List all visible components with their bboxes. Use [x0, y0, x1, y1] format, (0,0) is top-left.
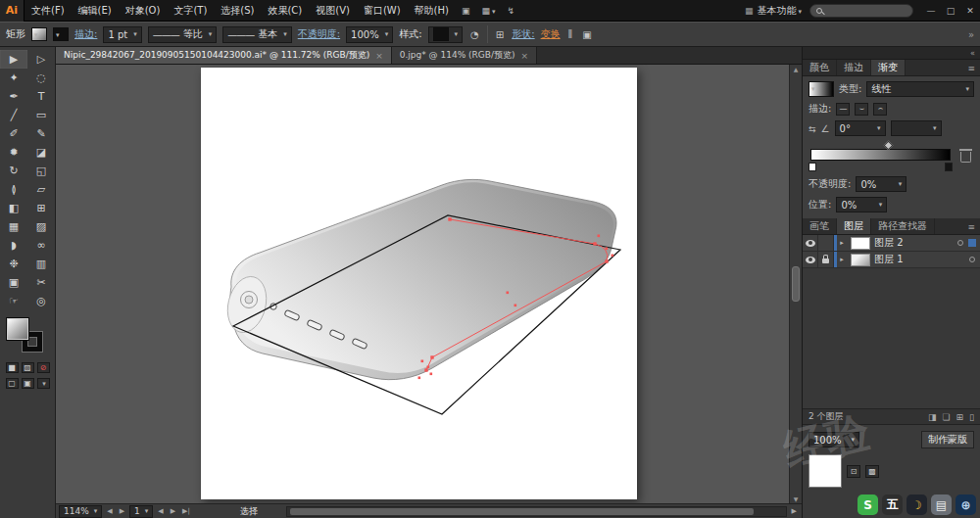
gradient-stop-white[interactable]	[808, 163, 816, 171]
layer-row-2[interactable]: 图层 2	[803, 235, 980, 252]
none-mode-icon[interactable]: ⊘	[37, 362, 50, 373]
rectangle-tool[interactable]: ▭	[27, 106, 55, 124]
minimize-button[interactable]	[921, 0, 941, 22]
arrange-documents-icon[interactable]: ▦	[475, 6, 501, 16]
delete-layer-icon[interactable]: ▯	[969, 412, 974, 422]
paintbrush-tool[interactable]: ✐	[0, 124, 27, 143]
align-objects-icon[interactable]: ⫼	[566, 28, 575, 40]
opacity-field[interactable]: 100%	[346, 26, 393, 43]
close-button[interactable]	[960, 0, 980, 22]
visibility-eye-icon[interactable]	[806, 240, 815, 247]
selection-indicator[interactable]	[968, 239, 976, 247]
artboard-navigation-field[interactable]: 1	[129, 505, 153, 518]
blob-brush-tool[interactable]: ✹	[0, 143, 27, 162]
zoom-level-field[interactable]: 114%	[59, 505, 102, 518]
selection-tool[interactable]: ▶	[0, 50, 27, 69]
layer-row-1[interactable]: 图层 1	[803, 252, 980, 268]
direct-selection-tool[interactable]: ▷	[27, 50, 55, 69]
slice-tool[interactable]: ✂	[27, 273, 55, 292]
panel-menu-icon[interactable]	[967, 221, 975, 232]
menu-window[interactable]: 窗口(W)	[357, 0, 408, 22]
cs-live-icon[interactable]: ↯	[501, 6, 520, 16]
nav-back-icon[interactable]	[156, 507, 165, 515]
tab-color[interactable]: 颜色	[803, 60, 837, 75]
tab-close-icon[interactable]: ×	[521, 51, 529, 61]
gradient-mode-icon[interactable]: ▨	[22, 362, 34, 373]
gradient-angle-field[interactable]: 0°	[835, 120, 886, 136]
line-segment-tool[interactable]: ╱	[0, 106, 27, 124]
stroke-panel-link[interactable]: 描边:	[74, 27, 97, 41]
eraser-tool[interactable]: ◪	[27, 143, 55, 162]
stop-location-field[interactable]: 0%	[836, 197, 887, 212]
menu-file[interactable]: 文件(F)	[24, 0, 72, 22]
first-frame-icon[interactable]	[105, 507, 114, 515]
stroke-within-icon[interactable]: —	[836, 103, 850, 116]
menu-object[interactable]: 对象(O)	[119, 0, 168, 22]
gradient-stop-black[interactable]	[945, 163, 953, 171]
opacity-link[interactable]: 不透明度:	[298, 27, 340, 41]
new-layer-icon[interactable]: ⊞	[956, 412, 964, 422]
recolor-artwork-icon[interactable]: ◔	[468, 29, 481, 40]
artboard[interactable]	[201, 68, 637, 499]
panel-menu-icon[interactable]	[967, 63, 975, 73]
lock-icon[interactable]	[822, 259, 829, 263]
stroke-across-icon[interactable]: ⌢	[873, 103, 887, 116]
workspace-switcher[interactable]: 基本功能	[737, 4, 809, 18]
scroll-up-icon[interactable]	[790, 66, 802, 72]
draw-behind-icon[interactable]: ▣	[22, 378, 34, 389]
horizontal-scroll-thumb[interactable]	[290, 508, 754, 515]
free-transform-tool[interactable]: ▱	[27, 180, 55, 199]
layer-name[interactable]: 图层 2	[874, 236, 957, 250]
grid-icon[interactable]: ▣	[456, 6, 476, 16]
search-input[interactable]	[809, 4, 913, 18]
mesh-tool[interactable]: ▦	[0, 217, 27, 236]
object-thumbnail[interactable]	[808, 454, 842, 488]
menu-view[interactable]: 视图(V)	[309, 0, 357, 22]
control-bar-overflow-icon[interactable]	[968, 29, 974, 40]
type-tool[interactable]: T	[27, 87, 55, 106]
restore-button[interactable]	[941, 0, 960, 22]
gradient-fill-thumbnail[interactable]	[808, 81, 834, 97]
visibility-eye-icon[interactable]	[806, 257, 815, 263]
target-circle-icon[interactable]	[969, 257, 975, 262]
lasso-tool[interactable]: ◌	[27, 69, 55, 87]
transparency-opacity-field[interactable]: 100%	[808, 432, 859, 447]
zoom-tool[interactable]: ◎	[27, 292, 55, 310]
isolate-icon[interactable]: ▣	[580, 29, 593, 40]
target-circle-icon[interactable]	[957, 240, 963, 246]
last-frame-icon[interactable]	[180, 507, 192, 515]
artboard-tool[interactable]: ▣	[0, 273, 27, 292]
eyedropper-tool[interactable]: ◗	[0, 236, 27, 255]
tab-gradient[interactable]: 渐变	[871, 60, 906, 75]
gradient-type-select[interactable]: 线性	[866, 81, 974, 97]
expand-layer-icon[interactable]	[837, 256, 847, 263]
new-sublayer-icon[interactable]: ❏	[942, 412, 950, 422]
fill-color-swatch[interactable]	[8, 319, 27, 339]
shape-link[interactable]: 形状:	[512, 27, 534, 41]
color-mode-icon[interactable]: ■	[6, 362, 19, 373]
brush-definition-select[interactable]: ———基本	[222, 26, 292, 43]
scale-tool[interactable]: ◱	[27, 162, 55, 180]
perspective-grid-tool[interactable]: ⊞	[27, 199, 55, 217]
gradient-ramp[interactable]	[810, 149, 951, 161]
menu-help[interactable]: 帮助(H)	[408, 0, 456, 22]
make-mask-button[interactable]: 制作蒙版	[921, 431, 974, 448]
symbol-sprayer-tool[interactable]: ❉	[0, 255, 27, 273]
tab-pathfinder[interactable]: 路径查找器	[871, 218, 935, 234]
scroll-down-icon[interactable]	[790, 495, 802, 502]
shape-builder-tool[interactable]: ◧	[0, 199, 27, 217]
mask-link-icon[interactable]: ⊡	[847, 465, 860, 478]
lock-cell[interactable]	[818, 235, 834, 251]
stroke-weight-field[interactable]: 1 pt	[103, 26, 141, 43]
draw-normal-icon[interactable]: ▢	[6, 378, 19, 389]
hand-tool[interactable]: ☞	[0, 292, 27, 310]
canvas[interactable]	[56, 65, 802, 503]
tab-stroke[interactable]: 描边	[837, 60, 871, 75]
nav-forward-icon[interactable]	[169, 507, 177, 515]
menu-select[interactable]: 选择(S)	[214, 0, 261, 22]
gradient-tool[interactable]: ▨	[27, 217, 55, 236]
stop-opacity-field[interactable]: 0%	[856, 176, 906, 192]
layer-name[interactable]: 图层 1	[874, 253, 969, 266]
layer-thumbnail[interactable]	[851, 237, 870, 250]
tab-layers[interactable]: 图层	[837, 218, 871, 234]
